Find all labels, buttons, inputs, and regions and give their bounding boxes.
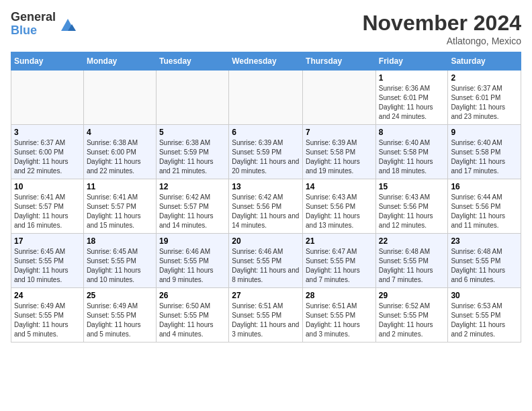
- day-info: Sunrise: 6:51 AMSunset: 5:55 PMDaylight:…: [306, 302, 373, 339]
- calendar-cell: 23Sunrise: 6:48 AMSunset: 5:55 PMDayligh…: [448, 234, 521, 288]
- day-number: 15: [379, 182, 445, 191]
- day-number: 5: [159, 128, 226, 137]
- calendar-cell: 8Sunrise: 6:40 AMSunset: 5:58 PMDaylight…: [375, 125, 448, 179]
- day-number: 17: [14, 236, 81, 246]
- calendar-cell: 13Sunrise: 6:42 AMSunset: 5:56 PMDayligh…: [229, 179, 303, 234]
- day-info: Sunrise: 6:50 AMSunset: 5:55 PMDaylight:…: [159, 302, 226, 339]
- calendar-cell: 9Sunrise: 6:40 AMSunset: 5:58 PMDaylight…: [448, 125, 521, 179]
- calendar-cell: [83, 71, 156, 125]
- calendar-cell: 15Sunrise: 6:43 AMSunset: 5:56 PMDayligh…: [375, 179, 448, 234]
- day-info: Sunrise: 6:45 AMSunset: 5:55 PMDaylight:…: [87, 247, 153, 285]
- day-info: Sunrise: 6:40 AMSunset: 5:58 PMDaylight:…: [451, 138, 518, 176]
- day-number: 26: [159, 291, 226, 300]
- weekday-header-monday: Monday: [83, 52, 156, 71]
- weekday-header-thursday: Thursday: [303, 52, 376, 71]
- logo-icon: [58, 15, 77, 34]
- calendar-cell: 18Sunrise: 6:45 AMSunset: 5:55 PMDayligh…: [83, 234, 156, 288]
- day-info: Sunrise: 6:39 AMSunset: 5:59 PMDaylight:…: [232, 138, 300, 176]
- calendar-cell: 14Sunrise: 6:43 AMSunset: 5:56 PMDayligh…: [303, 179, 376, 234]
- calendar-week-row: 10Sunrise: 6:41 AMSunset: 5:57 PMDayligh…: [11, 179, 521, 234]
- calendar-cell: 20Sunrise: 6:46 AMSunset: 5:55 PMDayligh…: [229, 234, 303, 288]
- calendar-cell: 27Sunrise: 6:51 AMSunset: 5:55 PMDayligh…: [229, 288, 303, 342]
- day-info: Sunrise: 6:43 AMSunset: 5:56 PMDaylight:…: [379, 193, 445, 230]
- day-number: 30: [451, 291, 518, 300]
- day-info: Sunrise: 6:43 AMSunset: 5:56 PMDaylight:…: [306, 193, 373, 230]
- location: Atlatongo, Mexico: [362, 36, 521, 46]
- day-info: Sunrise: 6:40 AMSunset: 5:58 PMDaylight:…: [379, 138, 445, 176]
- day-info: Sunrise: 6:39 AMSunset: 5:58 PMDaylight:…: [306, 138, 373, 176]
- day-info: Sunrise: 6:52 AMSunset: 5:55 PMDaylight:…: [379, 302, 445, 339]
- day-number: 11: [87, 182, 153, 191]
- day-number: 6: [232, 128, 300, 137]
- calendar-cell: [229, 71, 303, 125]
- day-info: Sunrise: 6:46 AMSunset: 5:55 PMDaylight:…: [159, 247, 226, 285]
- day-number: 4: [87, 128, 153, 137]
- calendar-cell: [11, 71, 84, 125]
- calendar-week-row: 24Sunrise: 6:49 AMSunset: 5:55 PMDayligh…: [11, 288, 521, 342]
- day-info: Sunrise: 6:45 AMSunset: 5:55 PMDaylight:…: [14, 247, 81, 285]
- calendar-table: SundayMondayTuesdayWednesdayThursdayFrid…: [11, 52, 521, 342]
- logo: General Blue: [11, 11, 77, 38]
- calendar-cell: 7Sunrise: 6:39 AMSunset: 5:58 PMDaylight…: [303, 125, 376, 179]
- day-number: 25: [87, 291, 153, 300]
- day-number: 2: [451, 73, 518, 83]
- day-info: Sunrise: 6:53 AMSunset: 5:55 PMDaylight:…: [451, 302, 518, 339]
- calendar-cell: [156, 71, 228, 125]
- day-number: 28: [306, 291, 373, 300]
- calendar-cell: [303, 71, 376, 125]
- logo-text: General Blue: [11, 11, 56, 38]
- day-info: Sunrise: 6:38 AMSunset: 6:00 PMDaylight:…: [87, 138, 153, 176]
- weekday-header-wednesday: Wednesday: [229, 52, 303, 71]
- day-info: Sunrise: 6:41 AMSunset: 5:57 PMDaylight:…: [14, 193, 81, 230]
- calendar-cell: 2Sunrise: 6:37 AMSunset: 6:01 PMDaylight…: [448, 71, 521, 125]
- day-number: 20: [232, 236, 300, 246]
- calendar-cell: 11Sunrise: 6:41 AMSunset: 5:57 PMDayligh…: [83, 179, 156, 234]
- calendar-cell: 1Sunrise: 6:36 AMSunset: 6:01 PMDaylight…: [375, 71, 448, 125]
- calendar-week-row: 1Sunrise: 6:36 AMSunset: 6:01 PMDaylight…: [11, 71, 521, 125]
- day-info: Sunrise: 6:48 AMSunset: 5:55 PMDaylight:…: [451, 247, 518, 285]
- calendar-cell: 25Sunrise: 6:49 AMSunset: 5:55 PMDayligh…: [83, 288, 156, 342]
- calendar-cell: 3Sunrise: 6:37 AMSunset: 6:00 PMDaylight…: [11, 125, 84, 179]
- weekday-header-sunday: Sunday: [11, 52, 84, 71]
- calendar-cell: 26Sunrise: 6:50 AMSunset: 5:55 PMDayligh…: [156, 288, 228, 342]
- day-number: 13: [232, 182, 300, 191]
- calendar-cell: 19Sunrise: 6:46 AMSunset: 5:55 PMDayligh…: [156, 234, 228, 288]
- day-number: 18: [87, 236, 153, 246]
- day-info: Sunrise: 6:46 AMSunset: 5:55 PMDaylight:…: [232, 247, 300, 285]
- calendar-cell: 4Sunrise: 6:38 AMSunset: 6:00 PMDaylight…: [83, 125, 156, 179]
- calendar-cell: 29Sunrise: 6:52 AMSunset: 5:55 PMDayligh…: [375, 288, 448, 342]
- calendar-cell: 16Sunrise: 6:44 AMSunset: 5:56 PMDayligh…: [448, 179, 521, 234]
- calendar-cell: 21Sunrise: 6:47 AMSunset: 5:55 PMDayligh…: [303, 234, 376, 288]
- day-info: Sunrise: 6:51 AMSunset: 5:55 PMDaylight:…: [232, 302, 300, 339]
- calendar-cell: 10Sunrise: 6:41 AMSunset: 5:57 PMDayligh…: [11, 179, 84, 234]
- day-info: Sunrise: 6:36 AMSunset: 6:01 PMDaylight:…: [379, 84, 445, 122]
- weekday-header-tuesday: Tuesday: [156, 52, 228, 71]
- weekday-header-saturday: Saturday: [448, 52, 521, 71]
- day-number: 23: [451, 236, 518, 246]
- day-number: 8: [379, 128, 445, 137]
- calendar-cell: 22Sunrise: 6:48 AMSunset: 5:55 PMDayligh…: [375, 234, 448, 288]
- title-block: November 2024 Atlatongo, Mexico: [362, 11, 521, 46]
- day-number: 16: [451, 182, 518, 191]
- day-info: Sunrise: 6:47 AMSunset: 5:55 PMDaylight:…: [306, 247, 373, 285]
- calendar-cell: 5Sunrise: 6:38 AMSunset: 5:59 PMDaylight…: [156, 125, 228, 179]
- day-number: 7: [306, 128, 373, 137]
- weekday-header-friday: Friday: [375, 52, 448, 71]
- day-number: 3: [14, 128, 81, 137]
- day-number: 9: [451, 128, 518, 137]
- day-number: 22: [379, 236, 445, 246]
- day-info: Sunrise: 6:49 AMSunset: 5:55 PMDaylight:…: [87, 302, 153, 339]
- day-info: Sunrise: 6:37 AMSunset: 6:01 PMDaylight:…: [451, 84, 518, 122]
- calendar-cell: 6Sunrise: 6:39 AMSunset: 5:59 PMDaylight…: [229, 125, 303, 179]
- day-info: Sunrise: 6:41 AMSunset: 5:57 PMDaylight:…: [87, 193, 153, 230]
- day-info: Sunrise: 6:42 AMSunset: 5:56 PMDaylight:…: [232, 193, 300, 230]
- day-info: Sunrise: 6:48 AMSunset: 5:55 PMDaylight:…: [379, 247, 445, 285]
- day-info: Sunrise: 6:44 AMSunset: 5:56 PMDaylight:…: [451, 193, 518, 230]
- calendar-cell: 17Sunrise: 6:45 AMSunset: 5:55 PMDayligh…: [11, 234, 84, 288]
- weekday-header-row: SundayMondayTuesdayWednesdayThursdayFrid…: [11, 52, 521, 71]
- day-info: Sunrise: 6:49 AMSunset: 5:55 PMDaylight:…: [14, 302, 81, 339]
- calendar-week-row: 3Sunrise: 6:37 AMSunset: 6:00 PMDaylight…: [11, 125, 521, 179]
- day-number: 1: [379, 73, 445, 83]
- day-info: Sunrise: 6:37 AMSunset: 6:00 PMDaylight:…: [14, 138, 81, 176]
- calendar-cell: 24Sunrise: 6:49 AMSunset: 5:55 PMDayligh…: [11, 288, 84, 342]
